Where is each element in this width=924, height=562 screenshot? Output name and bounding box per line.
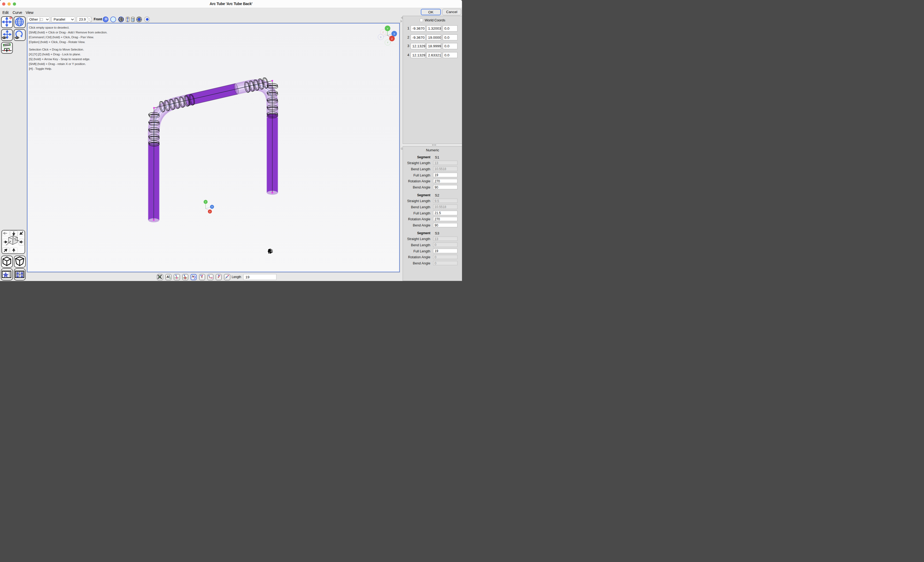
svg-text:Y: Y xyxy=(387,27,388,30)
svg-text:Z: Z xyxy=(391,37,393,40)
svg-text:A: A xyxy=(166,275,169,279)
svg-text:Y: Y xyxy=(387,41,388,44)
svg-text:X: X xyxy=(211,205,213,208)
svg-text:X: X xyxy=(380,36,381,39)
svg-text:Z: Z xyxy=(382,31,384,34)
svg-text:Y: Y xyxy=(205,201,206,203)
svg-text:Z: Z xyxy=(209,210,210,213)
svg-text:X: X xyxy=(393,33,395,35)
